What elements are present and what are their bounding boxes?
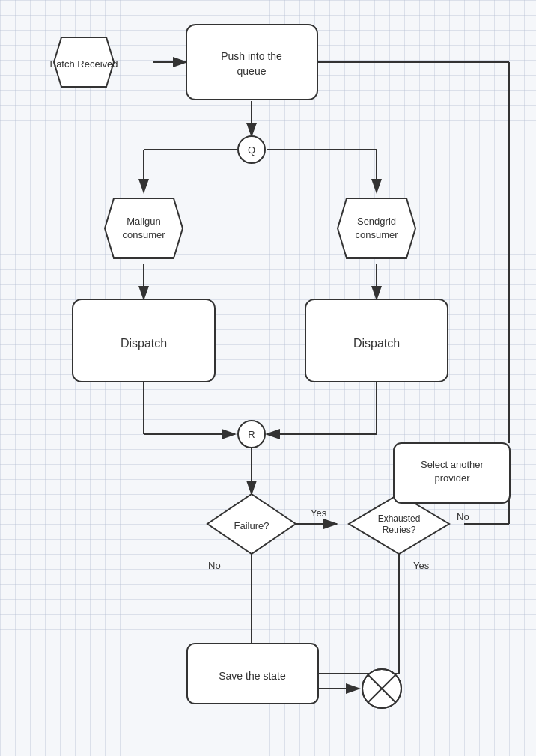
select-provider-label1: Select another bbox=[421, 459, 484, 470]
diagram-container: Batch Received Push into the queue Q Mai… bbox=[0, 0, 536, 756]
no1-label: No bbox=[208, 560, 221, 571]
mailgun-label2: consumer bbox=[122, 229, 165, 240]
svg-text:queue: queue bbox=[237, 65, 267, 77]
svg-rect-26 bbox=[186, 25, 317, 100]
failure-label: Failure? bbox=[234, 520, 269, 531]
flowchart-svg: Batch Received Push into the queue Q Mai… bbox=[0, 0, 536, 756]
batch-received-label: Batch Received bbox=[49, 58, 118, 70]
push-queue-label: Push into the bbox=[221, 50, 282, 62]
save-state-label: Save the state bbox=[219, 670, 286, 682]
mailgun-label1: Mailgun bbox=[127, 216, 161, 227]
sendgrid-label2: consumer bbox=[355, 229, 398, 240]
dispatch-right-label: Dispatch bbox=[353, 337, 400, 350]
q-circle-label: Q bbox=[248, 144, 255, 156]
svg-marker-29 bbox=[105, 198, 183, 258]
dispatch-left-label: Dispatch bbox=[121, 337, 167, 350]
r-circle-label: R bbox=[248, 429, 255, 440]
svg-marker-30 bbox=[338, 198, 415, 258]
yes2-label: Yes bbox=[413, 560, 430, 571]
exhausted-label2: Retries? bbox=[383, 525, 416, 535]
exhausted-label1: Exhausted bbox=[378, 513, 421, 524]
sendgrid-label1: Sendgrid bbox=[357, 216, 396, 227]
select-provider-label2: provider bbox=[435, 472, 471, 484]
yes1-label: Yes bbox=[311, 507, 327, 519]
no2-label: No bbox=[457, 511, 469, 522]
